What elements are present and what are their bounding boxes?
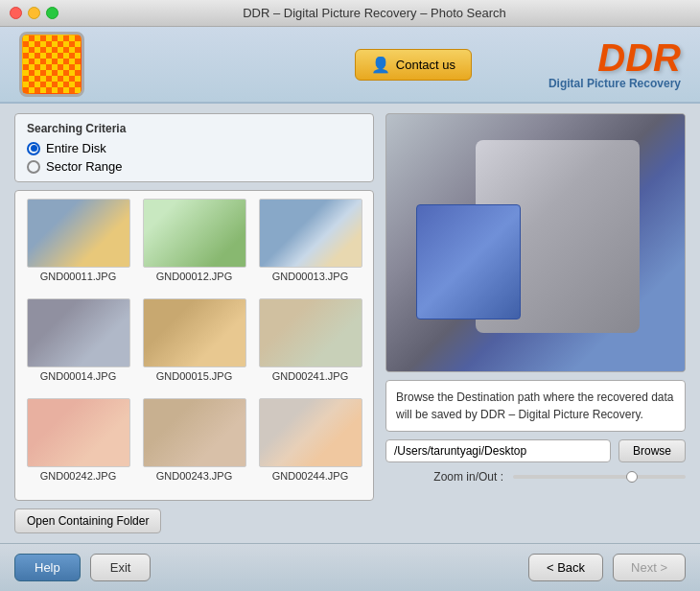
bottom-bar: Help Exit < Back Next > bbox=[0, 543, 700, 591]
left-panel: Searching Criteria Entire Disk Sector Ra… bbox=[14, 113, 374, 533]
entire-disk-label: Entire Disk bbox=[46, 141, 106, 155]
logo-checker bbox=[23, 35, 81, 93]
list-item[interactable]: GND00015.JPG bbox=[139, 298, 249, 392]
photo-thumbnail bbox=[259, 398, 362, 467]
app-logo bbox=[19, 32, 84, 97]
help-button[interactable]: Help bbox=[14, 554, 81, 581]
photo-thumbnail bbox=[143, 298, 246, 367]
photo-thumbnail bbox=[27, 199, 130, 268]
photo-thumbnail bbox=[259, 298, 362, 367]
list-item[interactable]: GND00244.JPG bbox=[255, 398, 365, 492]
photo-label: GND00014.JPG bbox=[40, 370, 116, 382]
contact-button[interactable]: 👤 Contact us bbox=[355, 49, 472, 81]
sector-range-option[interactable]: Sector Range bbox=[27, 159, 362, 174]
sector-range-label: Sector Range bbox=[46, 159, 123, 174]
right-panel: Browse the Destination path where the re… bbox=[385, 113, 686, 533]
list-item[interactable]: GND00011.JPG bbox=[23, 199, 133, 293]
minimize-button[interactable] bbox=[28, 7, 40, 19]
list-item[interactable]: GND00241.JPG bbox=[255, 298, 365, 392]
list-item[interactable]: GND00013.JPG bbox=[255, 199, 365, 293]
brand-ddr: DDR bbox=[548, 38, 681, 77]
close-button[interactable] bbox=[10, 7, 22, 19]
brand-sub: Digital Picture Recovery bbox=[548, 77, 681, 90]
photo-grid: GND00011.JPGGND00012.JPGGND00013.JPGGND0… bbox=[15, 191, 373, 500]
path-row: Browse bbox=[385, 439, 686, 462]
photo-thumbnail bbox=[143, 398, 246, 467]
back-button[interactable]: < Back bbox=[528, 554, 603, 581]
photo-label: GND00243.JPG bbox=[156, 470, 232, 482]
search-criteria-panel: Searching Criteria Entire Disk Sector Ra… bbox=[14, 113, 374, 182]
destination-path-input[interactable] bbox=[385, 439, 611, 462]
sd-card bbox=[416, 204, 521, 320]
next-button[interactable]: Next > bbox=[613, 554, 686, 581]
contact-label: Contact us bbox=[396, 58, 455, 72]
maximize-button[interactable] bbox=[46, 7, 58, 19]
entire-disk-radio[interactable] bbox=[27, 142, 40, 155]
zoom-slider[interactable] bbox=[513, 475, 686, 479]
list-item[interactable]: GND00014.JPG bbox=[23, 298, 133, 392]
photo-label: GND00015.JPG bbox=[156, 370, 232, 382]
titlebar: DDR – Digital Picture Recovery – Photo S… bbox=[0, 0, 700, 27]
photo-label: GND00013.JPG bbox=[272, 271, 348, 282]
photo-thumbnail bbox=[27, 398, 130, 467]
zoom-label: Zoom in/Out : bbox=[433, 470, 503, 484]
contact-icon: 👤 bbox=[371, 56, 390, 74]
entire-disk-option[interactable]: Entire Disk bbox=[27, 141, 362, 155]
brand-block: DDR Digital Picture Recovery bbox=[548, 38, 681, 90]
photo-thumbnail bbox=[143, 199, 246, 268]
description-box: Browse the Destination path where the re… bbox=[385, 380, 686, 432]
photo-grid-container: GND00011.JPGGND00012.JPGGND00013.JPGGND0… bbox=[14, 190, 374, 501]
search-criteria-options: Entire Disk Sector Range bbox=[27, 141, 362, 174]
open-folder-button[interactable]: Open Containing Folder bbox=[14, 508, 161, 533]
search-criteria-title: Searching Criteria bbox=[27, 122, 362, 135]
header: 👤 Contact us DDR Digital Picture Recover… bbox=[0, 27, 700, 104]
main-content: Searching Criteria Entire Disk Sector Ra… bbox=[0, 104, 700, 543]
photo-thumbnail bbox=[259, 199, 362, 268]
photo-label: GND00244.JPG bbox=[272, 470, 348, 482]
photo-label: GND00011.JPG bbox=[40, 271, 116, 282]
photo-label: GND00241.JPG bbox=[272, 370, 348, 382]
browse-button[interactable]: Browse bbox=[618, 439, 686, 462]
photo-label: GND00242.JPG bbox=[40, 470, 116, 482]
camera-background bbox=[386, 114, 685, 371]
window-controls bbox=[10, 7, 58, 19]
window-title: DDR – Digital Picture Recovery – Photo S… bbox=[58, 6, 690, 20]
list-item[interactable]: GND00012.JPG bbox=[139, 199, 249, 293]
zoom-row: Zoom in/Out : bbox=[385, 470, 686, 484]
preview-image bbox=[385, 113, 686, 372]
exit-button[interactable]: Exit bbox=[90, 554, 152, 581]
list-item[interactable]: GND00242.JPG bbox=[23, 398, 133, 492]
photo-label: GND00012.JPG bbox=[156, 271, 232, 282]
photo-thumbnail bbox=[27, 298, 130, 367]
list-item[interactable]: GND00243.JPG bbox=[139, 398, 249, 492]
sector-range-radio[interactable] bbox=[27, 160, 40, 174]
